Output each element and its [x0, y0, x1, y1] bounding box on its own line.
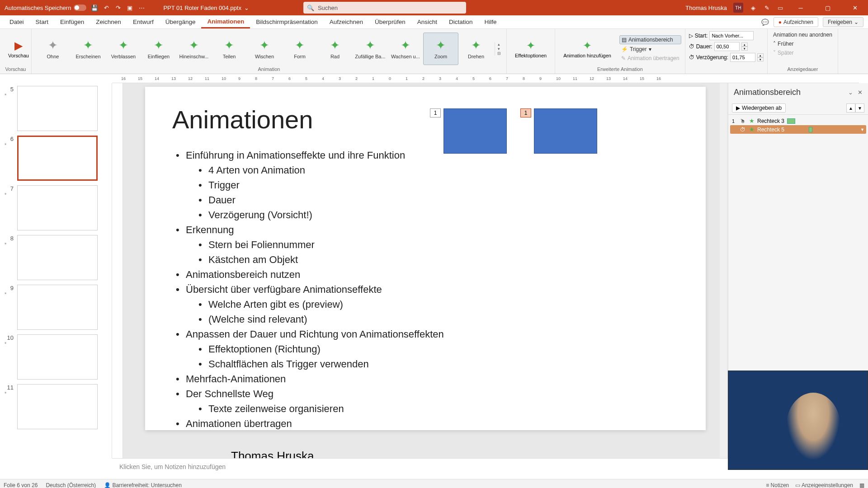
- animation-wachsen-u-[interactable]: ✦Wachsen u...: [388, 33, 423, 65]
- add-animation-button[interactable]: ✦ Animation hinzufügen: [559, 38, 616, 60]
- bullet[interactable]: Welche Arten gibt es (preview): [172, 297, 679, 312]
- tab-einfügen[interactable]: Einfügen: [54, 15, 90, 28]
- toggle-switch[interactable]: [74, 5, 86, 11]
- display-settings[interactable]: ▭ Anzeigeeinstellungen: [795, 482, 853, 488]
- slide-thumb-5[interactable]: [17, 86, 98, 131]
- slide-counter[interactable]: Folie 6 von 26: [4, 482, 38, 488]
- effect-options-button[interactable]: ✦ Effektoptionen: [510, 38, 551, 60]
- bullet[interactable]: Animationsbereich nutzen: [172, 267, 679, 282]
- animation-ohne[interactable]: ✦Ohne: [35, 33, 71, 65]
- tab-aufzeichnen[interactable]: Aufzeichnen: [324, 15, 369, 28]
- animation-list[interactable]: 1🖱★Rechteck 3⏱★Rechteck 5▼: [728, 115, 868, 136]
- slide-thumb-9[interactable]: [17, 285, 98, 330]
- diamond-icon[interactable]: ◈: [750, 4, 757, 11]
- bullet[interactable]: Der Schnellste Weg: [172, 386, 679, 401]
- tab-übergänge[interactable]: Übergänge: [160, 15, 202, 28]
- move-down-button[interactable]: ▼: [855, 103, 864, 113]
- tab-bildschirmpräsentation[interactable]: Bildschirmpräsentation: [250, 15, 324, 28]
- record-button[interactable]: ●Aufzeichnen: [774, 17, 818, 27]
- slide-thumb-11[interactable]: [17, 384, 98, 429]
- move-up-button[interactable]: ▲: [846, 103, 855, 113]
- slide-title[interactable]: Animationen: [172, 105, 679, 134]
- slide-area[interactable]: Animationen Einführung in Animationseffe…: [123, 83, 728, 458]
- animation-drehen[interactable]: ✦Drehen: [458, 33, 494, 65]
- tab-überprüfen[interactable]: Überprüfen: [369, 15, 411, 28]
- slide-thumb-10[interactable]: [17, 334, 98, 380]
- slide-thumbnails[interactable]: 5*6*7*8*9*10*11*: [0, 83, 112, 458]
- animation-hineinschw-[interactable]: ✦Hineinschw...: [176, 33, 212, 65]
- bullet[interactable]: Einführung in Animationseffekte und ihre…: [172, 148, 679, 163]
- play-from-button[interactable]: ▶ Wiedergeben ab: [732, 103, 786, 113]
- tab-hilfe[interactable]: Hilfe: [478, 15, 502, 28]
- tab-zeichnen[interactable]: Zeichnen: [90, 15, 127, 28]
- bullet[interactable]: Anpassen der Dauer und Richtung von Anim…: [172, 327, 679, 342]
- animation-verblassen[interactable]: ✦Verblassen: [106, 33, 141, 65]
- animation-erscheinen[interactable]: ✦Erscheinen: [71, 33, 106, 65]
- tab-ansicht[interactable]: Ansicht: [411, 15, 443, 28]
- bullet[interactable]: Mehrfach-Animationen: [172, 371, 679, 386]
- animation-pane-button[interactable]: ▤ Animationsbereich: [619, 35, 681, 44]
- autosave-toggle[interactable]: Automatisches Speichern: [5, 5, 86, 11]
- chevron-down-icon[interactable]: ⌄: [848, 89, 853, 96]
- filename[interactable]: PPT 01 Roter Faden 004.pptx ⌄: [163, 5, 249, 11]
- slide-thumb-7[interactable]: [17, 185, 98, 230]
- save-icon[interactable]: 💾: [91, 4, 98, 11]
- anim-item[interactable]: 1🖱★Rechteck 3: [730, 117, 866, 125]
- animation-einfliegen[interactable]: ✦Einfliegen: [141, 33, 176, 65]
- bullet[interactable]: Dauer: [172, 192, 679, 207]
- bullet[interactable]: Übersicht über verfügbare Animationseffe…: [172, 282, 679, 297]
- bullet[interactable]: Kästchen am Objekt: [172, 252, 679, 267]
- slide-author[interactable]: Thomas Hruska: [172, 449, 679, 458]
- rectangle-5[interactable]: [534, 108, 597, 154]
- gallery-expand[interactable]: ▴▾⊟: [495, 42, 503, 56]
- close-icon[interactable]: ✕: [858, 89, 863, 96]
- animation-zuf-llige-ba-[interactable]: ✦Zufällige Ba...: [353, 33, 388, 65]
- undo-icon[interactable]: ↶: [103, 4, 110, 11]
- animation-rad[interactable]: ✦Rad: [317, 33, 353, 65]
- close-button[interactable]: ✕: [844, 0, 865, 15]
- trigger-button[interactable]: ⚡ Trigger ▾: [619, 45, 681, 53]
- bullet[interactable]: Effektoptionen (Richtung): [172, 342, 679, 357]
- anim-item[interactable]: ⏱★Rechteck 5▼: [730, 125, 866, 134]
- share-button[interactable]: Freigeben ⌄: [823, 17, 863, 27]
- spinner[interactable]: ▴▾: [757, 53, 764, 61]
- comments-icon[interactable]: 💬: [761, 19, 769, 26]
- animation-wischen[interactable]: ✦Wischen: [247, 33, 282, 65]
- maximize-button[interactable]: ▢: [817, 0, 838, 15]
- tab-start[interactable]: Start: [30, 15, 55, 28]
- tab-animationen[interactable]: Animationen: [201, 15, 250, 28]
- search-input[interactable]: 🔍 Suchen: [303, 2, 466, 14]
- language-indicator[interactable]: Deutsch (Österreich): [46, 482, 96, 488]
- start-select[interactable]: [709, 31, 754, 40]
- notes-toggle[interactable]: ≡ Notizen: [766, 482, 789, 488]
- brush-icon[interactable]: ✎: [763, 4, 770, 11]
- bullet[interactable]: (Welche sind relevant): [172, 312, 679, 327]
- accessibility-indicator[interactable]: 👤 Barrierefreiheit: Untersuchen: [104, 482, 182, 488]
- delay-input[interactable]: [730, 53, 755, 62]
- spinner[interactable]: ▴▾: [741, 42, 748, 51]
- view-normal-icon[interactable]: ▦: [859, 482, 864, 488]
- bullet[interactable]: Texte zeilenweise organisieren: [172, 401, 679, 416]
- minimize-button[interactable]: ─: [790, 0, 811, 15]
- tab-entwurf[interactable]: Entwurf: [127, 15, 160, 28]
- bullet[interactable]: Stern bei Foliennummer: [172, 237, 679, 252]
- scrollbar-vertical[interactable]: [720, 83, 727, 458]
- user-name[interactable]: Thomas Hruska: [685, 5, 727, 11]
- bullet[interactable]: Schaltflächen als Trigger verwenden: [172, 357, 679, 371]
- slide-thumb-8[interactable]: [17, 235, 98, 280]
- bullet[interactable]: Erkennung: [172, 222, 679, 237]
- window-icon[interactable]: ▭: [777, 4, 784, 11]
- animation-zoom[interactable]: ✦Zoom: [423, 33, 458, 65]
- move-later-button[interactable]: ˅ Später: [771, 49, 795, 57]
- rectangle-3[interactable]: [443, 108, 507, 154]
- tab-datei[interactable]: Datei: [4, 15, 30, 28]
- bullet[interactable]: Trigger: [172, 178, 679, 192]
- bullet[interactable]: 4 Arten von Animation: [172, 163, 679, 178]
- move-earlier-button[interactable]: ˄ Früher: [771, 40, 795, 48]
- redo-icon[interactable]: ↷: [114, 4, 122, 11]
- present-icon[interactable]: ▣: [126, 4, 133, 11]
- animation-tag-2[interactable]: 1: [520, 108, 531, 117]
- animation-tag-1[interactable]: 1: [430, 108, 441, 117]
- more-icon[interactable]: ⋯: [138, 4, 145, 11]
- animation-teilen[interactable]: ✦Teilen: [212, 33, 247, 65]
